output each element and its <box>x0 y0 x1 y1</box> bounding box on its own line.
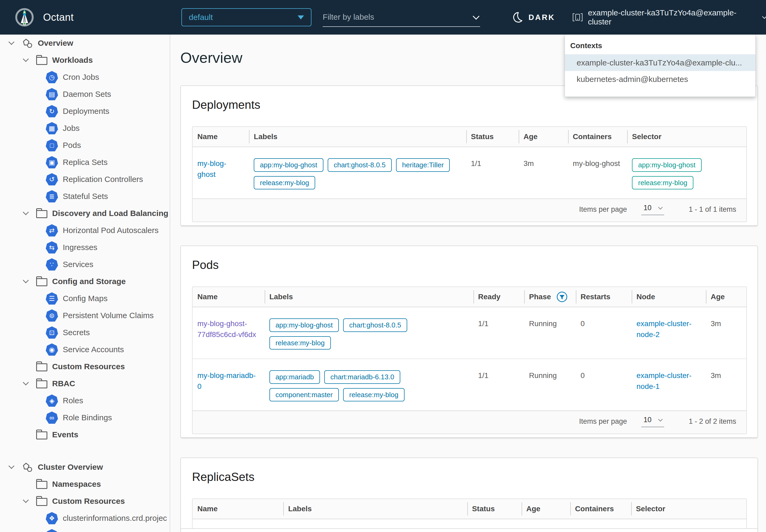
sidebar-item-cluster-overview[interactable]: Cluster Overview <box>0 459 170 476</box>
filter-icon[interactable] <box>556 291 568 302</box>
sidebar-item-events[interactable]: Events <box>0 426 170 443</box>
top-bar: Octant default Filter by labels DARK exa… <box>0 0 766 35</box>
chevron-down-icon[interactable] <box>21 379 30 388</box>
chevron-down-icon[interactable] <box>7 463 16 472</box>
deployment-link[interactable]: my-blog-ghost <box>197 159 226 178</box>
sidebar-item-secrets[interactable]: ⊡ Secrets <box>0 324 170 341</box>
sidebar-item-csidrivers[interactable]: ❖ csidrivers.csi.storage.k8s.io <box>0 527 170 532</box>
age-cell: 3m <box>706 307 746 359</box>
sidebar-item-custom-resources[interactable]: Custom Resources <box>0 358 170 375</box>
chevron-down-icon[interactable] <box>21 277 30 286</box>
caret-down-icon <box>298 15 304 19</box>
column-header-containers: Containers <box>568 127 627 147</box>
sidebar-item-workloads[interactable]: Workloads <box>0 52 170 69</box>
sidebar-item-rbac[interactable]: RBAC <box>0 375 170 392</box>
table-header-row: Name Labels Status Age Containers Select… <box>193 499 746 519</box>
column-header-labels: Labels <box>283 499 467 519</box>
sidebar-item-deployments[interactable]: ↻ Deployments <box>0 103 170 120</box>
chevron-down-icon[interactable] <box>21 497 30 506</box>
column-header-status: Status <box>467 499 522 519</box>
context-icon <box>572 13 583 22</box>
phase-cell: Running <box>524 307 576 359</box>
dark-theme-toggle[interactable]: DARK <box>511 11 555 23</box>
column-header-age: Age <box>522 499 570 519</box>
context-option-example-cluster[interactable]: example-cluster-ka3TuTzYo4a@example-clu.… <box>565 55 755 71</box>
custom-resource-icon: ❖ <box>46 529 58 532</box>
chevron-down-icon[interactable] <box>21 56 30 65</box>
label-badge[interactable]: app:my-blog-ghost <box>254 158 323 172</box>
ready-cell: 1/1 <box>473 359 524 410</box>
table-footer: Items per page 10 1 - 1 of 1 items <box>193 198 746 222</box>
sidebar-item-services[interactable]: ∵ Services <box>0 256 170 273</box>
node-link[interactable]: example-cluster-node-1 <box>636 371 692 390</box>
pod-link[interactable]: my-blog-mariadb-0 <box>197 371 256 390</box>
sidebar-item-discovery-and-load-balancing[interactable]: Discovery and Load Balancing <box>0 205 170 222</box>
label-badge[interactable]: release:my-blog <box>254 176 315 190</box>
sidebar-item-daemon-sets[interactable]: ▤ Daemon Sets <box>0 86 170 103</box>
label-badge[interactable]: release:my-blog <box>269 336 331 350</box>
sidebar-item-roles[interactable]: ◈ Roles <box>0 392 170 409</box>
node-link[interactable]: example-cluster-node-2 <box>636 319 692 339</box>
sidebar-item-cron-jobs[interactable]: ◷ Cron Jobs <box>0 69 170 86</box>
containers-cell: my-blog-ghost <box>568 147 627 198</box>
pod-link[interactable]: my-blog-ghost-77df85c6cd-vf6dx <box>197 319 256 339</box>
table-footer: Items per page 10 1 - 2 of 2 items <box>193 410 746 434</box>
sidebar-item-service-accounts[interactable]: ◉ Service Accounts <box>0 341 170 358</box>
sidebar-item-config-and-storage[interactable]: Config and Storage <box>0 273 170 290</box>
pods-table: Name Labels Ready Phase Restarts Node Ag… <box>192 286 747 434</box>
chevron-down-icon <box>473 13 479 19</box>
label-badge[interactable]: chart:mariadb-6.13.0 <box>324 370 400 384</box>
label-badge[interactable]: component:master <box>269 388 339 402</box>
selector-badge[interactable]: app:my-blog-ghost <box>632 158 701 172</box>
column-header-name: Name <box>193 127 249 147</box>
applications-icon <box>22 37 34 49</box>
table-row: my-blog-mariadb-0 app:mariadb chart:mari… <box>193 359 746 410</box>
context-option-kubernetes-admin[interactable]: kubernetes-admin@kubernetes <box>565 71 755 88</box>
label-badge[interactable]: app:my-blog-ghost <box>269 318 339 332</box>
label-badge[interactable]: release:my-blog <box>343 388 405 402</box>
sidebar-item-persistent-volume-claims[interactable]: ⊜ Persistent Volume Claims <box>0 307 170 324</box>
column-header-containers: Containers <box>570 499 631 519</box>
chevron-down-icon[interactable] <box>7 39 16 48</box>
ready-cell: 1/1 <box>473 307 524 359</box>
sidebar-item-clusterinformations[interactable]: ❖ clusterinformations.crd.projec <box>0 510 170 527</box>
label-badge[interactable]: chart:ghost-8.0.5 <box>343 318 407 332</box>
label-badge[interactable]: chart:ghost-8.0.5 <box>328 158 392 172</box>
namespace-select[interactable]: default <box>181 8 311 26</box>
label-badge[interactable]: heritage:Tiller <box>396 158 450 172</box>
sidebar-item-namespaces[interactable]: Namespaces <box>0 476 170 493</box>
sidebar-item-pods[interactable]: □ Pods <box>0 137 170 154</box>
column-header-selector: Selector <box>631 499 746 519</box>
page-size-select[interactable]: 10 <box>641 416 664 427</box>
pagination-range: 1 - 2 of 2 items <box>689 417 736 426</box>
sidebar-item-replica-sets[interactable]: ▣ Replica Sets <box>0 154 170 171</box>
cron-jobs-icon: ◷ <box>46 71 58 83</box>
column-header-selector: Selector <box>627 127 746 147</box>
sidebar-item-stateful-sets[interactable]: ≣ Stateful Sets <box>0 188 170 205</box>
sidebar-item-jobs[interactable]: ▦ Jobs <box>0 120 170 137</box>
sidebar-item-cluster-custom-resources[interactable]: Custom Resources <box>0 493 170 510</box>
column-header-name: Name <box>193 499 283 519</box>
chevron-down-icon <box>762 14 766 19</box>
selector-badge[interactable]: release:my-blog <box>632 176 693 190</box>
sidebar-item-overview[interactable]: Overview <box>0 35 170 52</box>
page-size-select[interactable]: 10 <box>641 204 664 215</box>
dark-label: DARK <box>528 13 555 22</box>
replication-controllers-icon: ↺ <box>46 173 58 185</box>
label-filter-input[interactable]: Filter by labels <box>323 8 480 27</box>
deployments-icon: ↻ <box>46 105 58 117</box>
namespace-select-value: default <box>189 13 213 22</box>
custom-resource-icon: ❖ <box>46 512 58 524</box>
sidebar-item-config-maps[interactable]: ☰ Config Maps <box>0 290 170 307</box>
sidebar-item-horizontal-pod-autoscalers[interactable]: ⇄ Horizontal Pod Autoscalers <box>0 222 170 239</box>
context-switcher[interactable]: example-cluster-ka3TuTzYo4a@example-clus… <box>572 8 766 26</box>
chevron-down-icon[interactable] <box>21 209 30 218</box>
folder-icon <box>36 498 47 506</box>
sidebar-item-replication-controllers[interactable]: ↺ Replication Controllers <box>0 171 170 188</box>
contexts-dropdown-title: Contexts <box>565 35 755 55</box>
sidebar-item-ingresses[interactable]: ⇆ Ingresses <box>0 239 170 256</box>
sidebar-item-role-bindings[interactable]: ∞ Role Bindings <box>0 409 170 426</box>
ingresses-icon: ⇆ <box>46 241 58 253</box>
pagination-range: 1 - 1 of 1 items <box>689 205 736 214</box>
label-badge[interactable]: app:mariadb <box>269 370 320 384</box>
